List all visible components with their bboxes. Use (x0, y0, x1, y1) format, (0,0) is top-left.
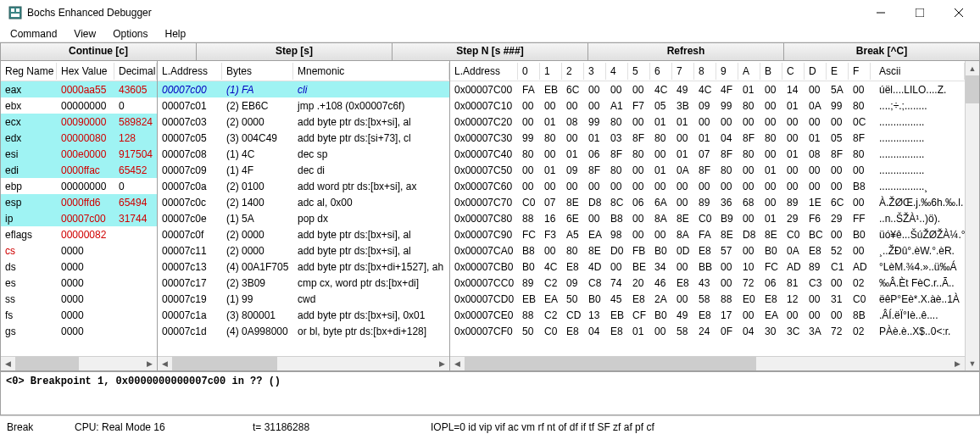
col-hex-6[interactable]: 6 (650, 63, 672, 80)
scroll-left-icon[interactable]: ◀ (158, 357, 172, 371)
disasm-row[interactable]: 00007c0c(2) 1400adc al, 0x00 (158, 194, 449, 210)
memory-hscroll[interactable]: ◀ ▶ (450, 356, 965, 370)
memory-row[interactable]: 0x00007C00FAEB6C0000004C494C4F010014005A… (450, 81, 965, 97)
col-reg-name[interactable]: Reg Name (1, 63, 57, 80)
register-row[interactable]: esp0000ffd665494 (1, 194, 157, 210)
scroll-right-icon[interactable]: ▶ (435, 357, 449, 371)
col-hex-9[interactable]: 9 (716, 63, 738, 80)
register-row[interactable]: edi0000ffac65452 (1, 162, 157, 178)
register-row[interactable]: ebp000000000 (1, 178, 157, 194)
col-hex-4[interactable]: 4 (606, 63, 628, 80)
disasm-row[interactable]: 00007c00(1) FAcli (158, 81, 449, 97)
col-hex-1[interactable]: 1 (540, 63, 562, 80)
memory-vscroll[interactable]: ▲ ▼ (965, 61, 979, 370)
register-row[interactable]: eax0000aa5543605 (1, 81, 157, 97)
col-hex-0[interactable]: 0 (518, 63, 540, 80)
col-hex-2[interactable]: 2 (562, 63, 584, 80)
col-mnemonic[interactable]: Mnemonic (293, 63, 449, 80)
disasm-row[interactable]: 00007c1a(3) 800001add byte ptr ds:[bx+si… (158, 307, 449, 323)
col-mem-addr[interactable]: L.Address (450, 63, 518, 80)
memory-body[interactable]: 0x00007C00FAEB6C0000004C494C4F010014005A… (450, 81, 965, 356)
disasm-row[interactable]: 00007c11(2) 0000add byte ptr ds:[bx+si],… (158, 242, 449, 259)
menu-options[interactable]: Options (106, 26, 154, 42)
col-hex-7[interactable]: 7 (672, 63, 694, 80)
memory-row[interactable]: 0x00007C40800001068F800001078F800001088F… (450, 146, 965, 162)
memory-row[interactable]: 0x00007C1000000000A1F7053B09998000010A99… (450, 97, 965, 114)
menu-help[interactable]: Help (159, 26, 193, 42)
col-bytes[interactable]: Bytes (222, 63, 293, 80)
step-n-button[interactable]: Step N [s ###] (393, 43, 588, 60)
col-laddress[interactable]: L.Address (158, 63, 222, 80)
close-button[interactable] (939, 0, 978, 25)
col-hex-E[interactable]: E (827, 63, 849, 80)
disasm-row[interactable]: 00007c08(1) 4Cdec sp (158, 146, 449, 162)
col-hex-C[interactable]: C (782, 63, 805, 80)
col-hex-8[interactable]: 8 (694, 63, 716, 80)
maximize-button[interactable] (900, 0, 939, 25)
disasm-row[interactable]: 00007c1d(4) 0A998000or bl, byte ptr ds:[… (158, 323, 449, 339)
disasm-row[interactable]: 00007c01(2) EB6Cjmp .+108 (0x00007c6f) (158, 97, 449, 114)
scroll-down-icon[interactable]: ▼ (966, 356, 979, 370)
step-button[interactable]: Step [s] (197, 43, 393, 60)
disasm-row[interactable]: 00007c19(1) 99cwd (158, 291, 449, 307)
break-button[interactable]: Break [^C] (784, 43, 979, 60)
register-row[interactable]: esi000e0000917504 (1, 146, 157, 162)
scroll-left-icon[interactable]: ◀ (1, 357, 15, 371)
disasm-row[interactable]: 00007c17(2) 3B09cmp cx, word ptr ds:[bx+… (158, 275, 449, 291)
memory-row[interactable]: 0x00007C70C0078ED88C066A0089366800891E6C… (450, 194, 965, 210)
memory-row[interactable]: 0x00007CE088C2CD13EBCFB049E81700EA000000… (450, 307, 965, 323)
memory-row[interactable]: 0x00007CF050C0E804E8010058240F04303C3A72… (450, 323, 965, 339)
register-row[interactable]: gs0000 (1, 323, 157, 339)
col-hex-A[interactable]: A (738, 63, 760, 80)
memory-row[interactable]: 0x00007CA0B800808ED0FBB00DE85700B00AE852… (450, 242, 965, 259)
register-row[interactable]: cs0000 (1, 242, 157, 259)
scroll-right-icon[interactable]: ▶ (950, 357, 965, 371)
register-row[interactable]: es0000 (1, 275, 157, 291)
register-row[interactable]: ecx00090000589824 (1, 114, 157, 130)
col-decimal[interactable]: Decimal (114, 63, 157, 80)
register-row[interactable]: edx00000080128 (1, 130, 157, 146)
scroll-right-icon[interactable]: ▶ (142, 357, 157, 371)
memory-row[interactable]: 0x00007C90FCF3A5EA9800008AFA8ED88EC0BC00… (450, 226, 965, 242)
disasm-row[interactable]: 00007c0e(1) 5Apop dx (158, 210, 449, 226)
col-ascii[interactable]: Ascii (871, 63, 965, 80)
disassembly-body[interactable]: 00007c00(1) FAcli00007c01(2) EB6Cjmp .+1… (158, 81, 449, 356)
disasm-row[interactable]: 00007c13(4) 00A1F705add byte ptr ds:[bx+… (158, 259, 449, 275)
memory-row[interactable]: 0x00007C500001098F8000010A8F800001000000… (450, 162, 965, 178)
register-row[interactable]: ebx000000000 (1, 97, 157, 114)
registers-hscroll[interactable]: ◀ ▶ (1, 356, 157, 370)
register-row[interactable]: ss0000 (1, 291, 157, 307)
registers-body[interactable]: eax0000aa5543605ebx000000000ecx000900005… (1, 81, 157, 356)
col-hex-5[interactable]: 5 (628, 63, 650, 80)
memory-row[interactable]: 0x00007C60000000000000000000000000000000… (450, 178, 965, 194)
memory-row[interactable]: 0x00007C20000108998000010100000000000000… (450, 114, 965, 130)
menu-command[interactable]: Command (3, 26, 64, 42)
memory-row[interactable]: 0x00007CB0B04CE84D00BE3400BB0010FCAD89C1… (450, 259, 965, 275)
disasm-row[interactable]: 00007c0f(2) 0000add byte ptr ds:[bx+si],… (158, 226, 449, 242)
disasm-row[interactable]: 00007c05(3) 004C49add byte ptr ds:[si+73… (158, 130, 449, 146)
col-hex-3[interactable]: 3 (584, 63, 606, 80)
disasm-row[interactable]: 00007c09(1) 4Fdec di (158, 162, 449, 178)
scroll-left-icon[interactable]: ◀ (450, 357, 465, 371)
memory-row[interactable]: 0x00007CD0EBEA50B045E82A005888E0E8120031… (450, 291, 965, 307)
continue-button[interactable]: Continue [c] (1, 43, 197, 60)
refresh-button[interactable]: Refresh (588, 43, 784, 60)
memory-row[interactable]: 0x00007C8088166E00B8008A8EC0B9000129F629… (450, 210, 965, 226)
memory-row[interactable]: 0x00007CC089C209C8742046E84300720681C300… (450, 275, 965, 291)
memory-row[interactable]: 0x00007C3099800001038F800001048F80000105… (450, 130, 965, 146)
register-row[interactable]: fs0000 (1, 307, 157, 323)
console-output[interactable]: <0> Breakpoint 1, 0x0000000000007c00 in … (0, 371, 980, 415)
scroll-up-icon[interactable]: ▲ (966, 61, 979, 75)
disasm-row[interactable]: 00007c03(2) 0000add byte ptr ds:[bx+si],… (158, 114, 449, 130)
col-hex-D[interactable]: D (805, 63, 827, 80)
minimize-button[interactable] (861, 0, 900, 25)
register-row[interactable]: ds0000 (1, 259, 157, 275)
register-row[interactable]: ip00007c0031744 (1, 210, 157, 226)
register-row[interactable]: eflags00000082 (1, 226, 157, 242)
col-hex-B[interactable]: B (760, 63, 782, 80)
col-hex-value[interactable]: Hex Value (57, 63, 114, 80)
menu-view[interactable]: View (67, 26, 103, 42)
col-hex-F[interactable]: F (849, 63, 871, 80)
disasm-row[interactable]: 00007c0a(2) 0100add word ptr ds:[bx+si],… (158, 178, 449, 194)
disassembly-hscroll[interactable]: ◀ ▶ (158, 356, 449, 370)
